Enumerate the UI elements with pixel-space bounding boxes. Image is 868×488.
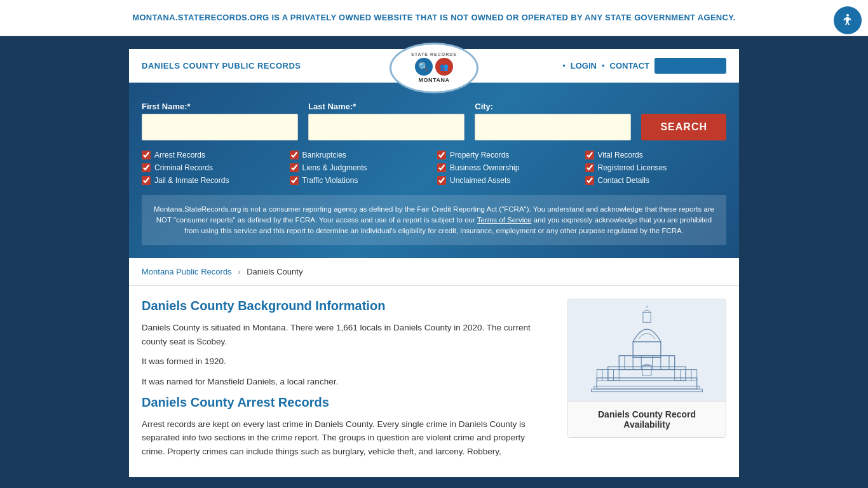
arrest-title: Daniels County Arrest Records [142,395,548,410]
checkbox-item: Contact Details [585,176,727,185]
logo-container: STATE RECORDS 🔍 👥 MONTANA [390,43,478,93]
site-title: DANIELS COUNTY PUBLIC RECORDS [142,61,301,71]
logo-people-icon: 👥 [435,58,453,76]
checkbox-item: Registered Licenses [585,163,727,172]
checkbox-label-1: Bankruptcies [302,151,346,159]
checkbox-label-0: Arrest Records [154,151,205,159]
city-input[interactable] [475,114,631,140]
checkbox-label-5: Liens & Judgments [302,163,367,172]
checkbox-3[interactable] [585,151,594,159]
main-wrapper: STATE RECORDS 🔍 👥 MONTANA DANIELS COUNTY… [0,36,868,489]
top-banner: MONTANA.STATERECORDS.ORG IS A PRIVATELY … [0,0,868,36]
checkbox-item: Business Ownership [437,163,579,172]
breadcrumb-separator: › [238,267,240,276]
logo-icons: 🔍 👥 [411,58,457,76]
last-name-label: Last Name:* [308,102,465,111]
banner-text: MONTANA.STATERECORDS.ORG IS A PRIVATELY … [132,13,735,22]
svg-rect-2 [608,367,686,381]
checkbox-item: Liens & Judgments [290,163,431,172]
background-title: Daniels County Background Information [142,299,548,313]
checkbox-item: Criminal Records [142,163,283,172]
phone-button[interactable]: (406) 284-0758 [654,58,726,74]
search-section: First Name:* Last Name:* City: SEARCH Ar… [129,83,739,259]
terms-link[interactable]: Terms of Service [477,216,532,224]
sidebar-card-title: Daniels County Record Availability [568,401,726,437]
svg-point-0 [846,14,849,17]
checkbox-1[interactable] [290,151,299,159]
checkbox-item: Unclaimed Assets [437,176,579,185]
checkbox-10[interactable] [437,176,446,185]
checkbox-6[interactable] [437,163,446,172]
sidebar-card: Daniels County Record Availability [567,299,726,438]
first-name-input[interactable] [142,114,298,140]
logo-top-text: STATE RECORDS [411,52,457,57]
checkbox-label-9: Traffic Violations [302,176,358,185]
background-text-1: Daniels County is situated in Montana. T… [142,321,548,348]
checkbox-9[interactable] [290,176,299,185]
checkbox-4[interactable] [142,163,151,172]
content-area: Daniels County Background Information Da… [129,286,739,477]
accessibility-button[interactable] [834,6,862,34]
checkbox-label-10: Unclaimed Assets [450,176,510,185]
capitol-building-icon [590,306,704,395]
last-name-input[interactable] [308,114,465,140]
checkbox-item: Bankruptcies [290,151,431,159]
checkbox-label-8: Jail & Inmate Records [154,176,229,185]
checkbox-item: Property Records [437,151,579,159]
checkbox-2[interactable] [437,151,446,159]
checkbox-item: Arrest Records [142,151,283,159]
login-link[interactable]: LOGIN [571,61,597,71]
checkbox-5[interactable] [290,163,299,172]
checkbox-7[interactable] [585,163,594,172]
disclaimer: Montana.StateRecords.org is not a consum… [142,195,726,246]
checkbox-item: Traffic Violations [290,176,431,185]
svg-rect-1 [597,378,697,390]
checkbox-item: Vital Records [585,151,727,159]
checkbox-label-2: Property Records [450,151,509,159]
below-card: Montana Public Records › Daniels County … [129,258,739,477]
accessibility-icon [840,13,855,28]
contact-link[interactable]: CONTACT [610,61,650,71]
last-name-group: Last Name:* [308,102,465,140]
nav-dot-2: • [602,61,605,71]
sidebar-image [568,299,726,401]
breadcrumb-current: Daniels County [247,267,302,276]
background-text-3: It was named for Mansfield Daniels, a lo… [142,375,548,389]
city-group: City: [475,102,631,140]
checkbox-label-3: Vital Records [598,151,643,159]
checkbox-label-4: Criminal Records [154,163,213,172]
nav-dot-1: • [562,61,566,71]
background-text-2: It was formed in 1920. [142,355,548,369]
header-nav: • LOGIN • CONTACT (406) 284-0758 [562,58,726,74]
checkbox-label-11: Contact Details [598,176,649,185]
svg-rect-10 [633,342,661,358]
first-name-group: First Name:* [142,102,298,140]
breadcrumb-parent[interactable]: Montana Public Records [142,267,232,276]
checkbox-label-7: Registered Licenses [598,163,667,172]
checkbox-11[interactable] [585,176,594,185]
content-main: Daniels County Background Information Da… [142,299,567,464]
search-button[interactable]: SEARCH [641,114,726,140]
city-label: City: [475,102,631,111]
arrest-text: Arrest records are kept on every last cr… [142,417,548,459]
search-fields: First Name:* Last Name:* City: SEARCH [142,102,726,140]
checkboxes-grid: Arrest RecordsBankruptciesProperty Recor… [142,151,726,185]
search-card: STATE RECORDS 🔍 👥 MONTANA DANIELS COUNTY… [129,49,739,259]
logo-oval: STATE RECORDS 🔍 👥 MONTANA [390,43,478,93]
logo-search-icon: 🔍 [415,58,433,76]
checkbox-item: Jail & Inmate Records [142,176,283,185]
checkbox-8[interactable] [142,176,151,185]
logo-inner: STATE RECORDS 🔍 👥 MONTANA [409,50,459,86]
first-name-label: First Name:* [142,102,298,111]
checkbox-label-6: Business Ownership [450,163,519,172]
logo-state-text: MONTANA [411,77,457,83]
svg-rect-11 [643,313,651,323]
breadcrumb: Montana Public Records › Daniels County [129,258,739,286]
checkbox-0[interactable] [142,151,151,159]
content-sidebar: Daniels County Record Availability [567,299,726,464]
